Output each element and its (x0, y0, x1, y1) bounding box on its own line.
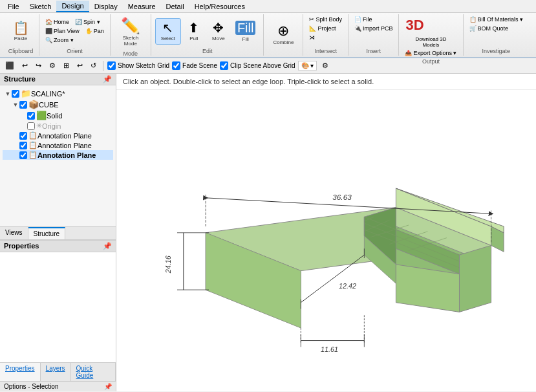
investigate-label: Investigate (482, 47, 510, 54)
bill-of-materials-button[interactable]: 📋 Bill Of Materials ▾ (467, 16, 526, 23)
toolbar-icon2[interactable]: ⚙ (47, 60, 58, 71)
sketch-mode-button[interactable]: ✏️ SketchMode (114, 16, 147, 49)
expand-scaling[interactable]: ▼ (4, 91, 12, 97)
toolbar-settings[interactable]: ⚙ (319, 60, 331, 71)
fade-scene-input[interactable] (172, 61, 180, 70)
pin-icon[interactable]: 📌 (103, 75, 112, 83)
file-button[interactable]: 📄 File (352, 16, 395, 23)
fill-button[interactable]: Fill Fill (231, 18, 260, 45)
checkbox-annotation2[interactable] (19, 142, 27, 149)
plan-view-button[interactable]: ⬛ Plan View (43, 27, 81, 35)
menu-help[interactable]: Help/Resources (189, 1, 250, 12)
undo-button[interactable]: ↩ (19, 60, 30, 71)
zoom-button[interactable]: 🔍 Zoom ▾ (43, 36, 76, 44)
menu-design[interactable]: Design (56, 1, 89, 12)
clip-scene-checkbox[interactable]: Clip Scene Above Grid (220, 61, 295, 70)
import-pcb-button[interactable]: 🔌 Import PCB (352, 25, 395, 32)
orient-label: Orient (67, 47, 83, 54)
export-icon: 📤 (405, 50, 412, 56)
options-bar: Options - Selection 📌 (0, 381, 116, 391)
canvas-area[interactable]: 36.63 24.16 12.42 11.61 (116, 93, 536, 391)
viewport-hint: Click an object. Double-click to select … (116, 74, 536, 90)
tree-item-annotation1[interactable]: 📋 Annotation Plane (3, 131, 113, 140)
fade-scene-checkbox[interactable]: Fade Scene (172, 61, 217, 70)
toolbar-icon5[interactable]: ↺ (88, 60, 99, 71)
options-pin[interactable]: 📌 (104, 383, 112, 390)
menu-sketch[interactable]: Sketch (25, 1, 57, 12)
menu-detail[interactable]: Detail (161, 1, 189, 12)
annotation2-label: Annotation Plane (38, 142, 92, 149)
toolbar-icon1[interactable]: ⬛ (3, 60, 17, 71)
menu-measure[interactable]: Measure (123, 1, 161, 12)
clip-scene-input[interactable] (220, 61, 228, 70)
home-icon: 🏠 (45, 19, 52, 25)
show-sketch-grid-checkbox[interactable]: Show Sketch Grid (107, 61, 169, 70)
tree-item-annotation2[interactable]: 📋 Annotation Plane (3, 140, 113, 150)
view-structure-tabs: Views Structure (0, 226, 116, 240)
expand-cube[interactable]: ▼ (12, 102, 19, 108)
fill-icon: Fill (235, 21, 256, 35)
bom-quote-button[interactable]: 🛒 BOM Quote (467, 25, 526, 32)
select-button[interactable]: ↖ Select (155, 18, 181, 45)
tree-item-origin[interactable]: ✳ Origin (3, 121, 113, 131)
move-button[interactable]: ✥ Move (207, 19, 230, 44)
ribbon-section-orient: 🏠 Home 🔄 Spin ▾ ⬛ Plan View ✋ (39, 14, 111, 56)
structure-tab[interactable]: Structure (28, 227, 66, 239)
split-body-button[interactable]: ✂ Split Body (307, 16, 344, 23)
pull-icon: ⬆ (188, 21, 199, 34)
quick-guide-tab[interactable]: Quick Guide (71, 363, 116, 381)
checkbox-origin[interactable] (27, 122, 35, 130)
main-layout: Structure 📌 ▼ 📁 SCALING* ▼ 📦 CUBE (0, 74, 536, 391)
tree-item-solid[interactable]: 🟩 Solid (3, 110, 113, 121)
layers-tab[interactable]: Layers (41, 363, 71, 381)
checkbox-annotation1[interactable] (19, 132, 27, 140)
toolbar-icon4[interactable]: ↩ (74, 60, 85, 71)
pan-button[interactable]: ✋ Pan (83, 27, 106, 35)
pull-button[interactable]: ⬆ Pull (182, 19, 206, 44)
menu-display[interactable]: Display (89, 1, 123, 12)
home-button[interactable]: 🏠 Home (43, 18, 71, 26)
combine-button[interactable]: ⊕ Combine (268, 21, 299, 48)
views-tab[interactable]: Views (0, 227, 28, 239)
zoom-icon: 🔍 (45, 37, 52, 43)
structure-header: Structure 📌 (0, 74, 116, 85)
svg-text:11.61: 11.61 (321, 345, 338, 353)
edit-label: Edit (202, 47, 213, 54)
svg-marker-9 (459, 245, 491, 312)
checkbox-scaling[interactable] (12, 90, 19, 98)
menu-file[interactable]: File (3, 1, 25, 12)
properties-header: Properties 📌 (0, 241, 116, 252)
viewport[interactable]: Click an object. Double-click to select … (116, 74, 536, 391)
paste-button[interactable]: 📋 Paste (6, 19, 35, 44)
download-3d-button[interactable]: 3D (403, 16, 458, 35)
checkbox-annotation3[interactable] (19, 151, 27, 159)
tree-item-annotation3[interactable]: 📋 Annotation Plane (3, 150, 113, 160)
ribbon-section-output: 3D Download 3DModels 📤 Export Options ▾ … (399, 14, 463, 56)
combine-icon: ⊕ (277, 24, 289, 38)
tree-item-cube[interactable]: ▼ 📦 CUBE (3, 99, 113, 110)
scaling-label: SCALING* (31, 90, 65, 98)
combine-buttons: ⊕ Combine (268, 16, 299, 53)
show-sketch-grid-input[interactable] (107, 61, 116, 70)
properties-pin[interactable]: 📌 (103, 242, 112, 250)
ribbon-section-select: ↖ Select ⬆ Pull ✥ Move Fill Fill Edit (151, 14, 264, 56)
select-icon: ↖ (162, 21, 173, 34)
intersect-extra[interactable]: ⋊ (307, 34, 344, 41)
spin-button[interactable]: 🔄 Spin ▾ (73, 18, 102, 26)
tree-item-scaling[interactable]: ▼ 📁 SCALING* (3, 88, 113, 99)
bottom-property-tabs: Properties Layers Quick Guide (0, 362, 116, 381)
toolbar-icon3[interactable]: ⊞ (61, 60, 72, 71)
project-button[interactable]: 📐 Project (307, 25, 344, 32)
properties-tab[interactable]: Properties (0, 363, 41, 381)
export-button[interactable]: 📤 Export Options ▾ (403, 49, 458, 57)
mode-label: Mode (123, 49, 138, 57)
redo-button[interactable]: ↪ (33, 60, 44, 71)
toolbar-dropdown[interactable]: 🎨 ▾ (298, 61, 317, 71)
annotation-icon3: 📋 (28, 151, 38, 159)
intersect-icon: ⋊ (309, 34, 315, 41)
solid-label: Solid (47, 112, 62, 120)
sketch-mode-icon: ✏️ (121, 18, 140, 34)
checkbox-solid[interactable] (27, 112, 35, 120)
checkbox-cube[interactable] (19, 101, 27, 109)
orient-buttons: 🏠 Home 🔄 Spin ▾ ⬛ Plan View ✋ (43, 16, 106, 47)
